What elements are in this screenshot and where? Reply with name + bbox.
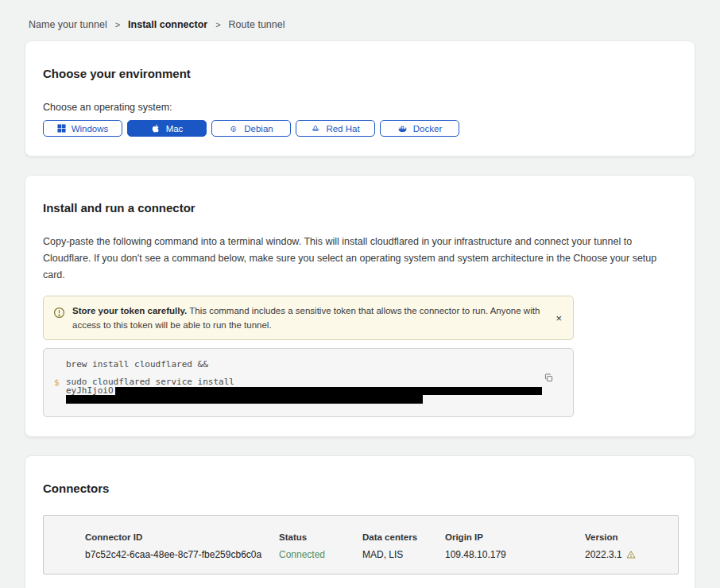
command-block: brew install cloudflared && $ sudo cloud… [43,348,574,417]
prompt-gutter [54,359,66,369]
connector-id-value: b7c52c42-6caa-48ee-8c77-fbe259cb6c0a [85,549,279,560]
connectors-table: Connector ID Status Data centers Origin … [43,515,679,574]
environment-card-title: Choose your environment [43,67,677,80]
docker-icon [397,124,408,133]
warning-title: Store your token carefully. [72,306,187,315]
os-button-label: Debian [244,124,273,133]
connectors-card-title: Connectors [43,482,677,495]
tunnel-setup-page: Name your tunnel > Install connector > R… [0,0,720,588]
close-icon: × [555,312,562,324]
table-header-data-centers: Data centers [362,532,445,542]
warning-close-button[interactable]: × [554,310,563,327]
redhat-icon [311,124,320,133]
origin-ip-value: 109.48.10.179 [445,549,585,560]
table-header-connector-id: Connector ID [85,532,279,542]
os-button-windows[interactable]: Windows [43,120,122,137]
install-card: Install and run a connector Copy-paste t… [25,175,695,437]
shell-prompt: $ [54,377,66,405]
install-card-title: Install and run a connector [43,201,677,215]
breadcrumb-step-route-tunnel[interactable]: Route tunnel [229,19,285,30]
apple-icon [151,123,161,133]
windows-icon [57,124,66,133]
os-button-label: Docker [413,124,442,133]
table-header-status: Status [279,532,362,542]
os-button-mac[interactable]: Mac [127,120,207,137]
os-button-docker[interactable]: Docker [380,120,459,137]
os-button-label: Windows [72,124,109,133]
environment-card: Choose your environment Choose an operat… [25,41,695,157]
warning-circle-icon [53,307,65,319]
command-line-sudo: sudo cloudflared service install [66,377,542,386]
token-redaction-bar [66,395,423,404]
copy-icon [544,373,554,383]
copy-command-button[interactable] [542,371,555,387]
connectors-card: Connectors Connector ID Status Data cent… [25,455,695,588]
table-header-version: Version [585,532,678,542]
token-prefix: eyJhIjoiO [66,386,114,395]
token-redaction-bar [115,387,542,395]
breadcrumb: Name your tunnel > Install connector > R… [25,0,695,41]
command-line-brew: brew install cloudflared && [66,359,208,369]
os-button-label: Mac [166,124,184,133]
os-button-label: Red Hat [326,124,359,133]
version-value: 2022.3.1 [585,549,622,560]
data-centers-value: MAD, LIS [362,549,445,560]
debian-icon [229,124,238,133]
version-value-cell: 2022.3.1 [585,549,678,560]
os-button-group: Windows Mac Debian Red Hat [43,120,677,137]
version-warning-icon[interactable] [626,550,636,559]
breadcrumb-separator: > [215,20,220,29]
os-select-label: Choose an operating system: [43,102,677,113]
breadcrumb-separator: > [115,20,120,29]
warning-text: Store your token carefully. This command… [72,304,547,332]
os-button-redhat[interactable]: Red Hat [296,120,375,137]
os-button-debian[interactable]: Debian [211,120,291,137]
status-value: Connected [279,549,362,560]
table-header-origin-ip: Origin IP [445,532,585,542]
token-warning-banner: Store your token carefully. This command… [43,296,574,340]
breadcrumb-step-install-connector[interactable]: Install connector [128,19,207,30]
install-description: Copy-paste the following command into a … [43,234,675,284]
breadcrumb-step-name-your-tunnel[interactable]: Name your tunnel [29,19,107,30]
